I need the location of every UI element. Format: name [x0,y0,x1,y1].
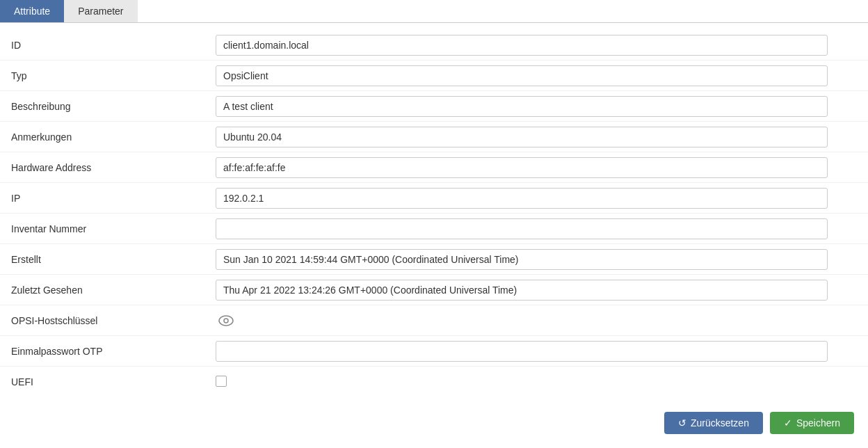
input-inventar-nummer[interactable] [216,218,828,239]
save-icon: ✓ [784,417,792,429]
field-row-hardware-address: Hardware Address [0,152,868,183]
label-ip: IP [0,187,216,209]
input-einmalpasswort-otp[interactable] [216,341,828,362]
input-typ[interactable] [216,65,828,86]
value-hardware-address [216,156,868,179]
field-row-id: ID [0,30,868,61]
reset-label: Zurücksetzen [691,417,749,429]
field-row-einmalpasswort-otp: Einmalpasswort OTP [0,336,868,367]
input-zuletzt-gesehen[interactable] [216,280,828,301]
value-id [216,33,868,57]
label-erstellt: Erstellt [0,248,216,271]
label-inventar-nummer: Inventar Nummer [0,218,216,240]
value-einmalpasswort-otp [216,339,868,363]
value-inventar-nummer [216,217,868,241]
value-anmerkungen [216,125,868,149]
tabs-container: Attribute Parameter [0,0,868,23]
footer-buttons: ↺ Zurücksetzen ✓ Speichern [664,412,854,434]
tab-parameter[interactable]: Parameter [64,0,137,22]
input-ip[interactable] [216,188,828,209]
label-einmalpasswort-otp: Einmalpasswort OTP [0,340,216,362]
value-typ [216,64,868,88]
field-row-beschreibung: Beschreibung [0,91,868,122]
checkbox-uefi[interactable] [216,376,227,387]
field-row-inventar-nummer: Inventar Nummer [0,214,868,244]
reset-icon: ↺ [678,417,686,429]
input-id[interactable] [216,35,828,56]
field-row-zuletzt-gesehen: Zuletzt Gesehen [0,275,868,305]
label-id: ID [0,34,216,56]
field-row-uefi: UEFI [0,367,868,397]
label-typ: Typ [0,65,216,87]
value-erstellt [216,248,868,271]
input-anmerkungen[interactable] [216,127,828,147]
field-row-opsi-hostschluessel: OPSI-Hostschlüssel [0,305,868,336]
label-beschreibung: Beschreibung [0,95,216,118]
label-opsi-hostschluessel: OPSI-Hostschlüssel [0,310,216,332]
value-zuletzt-gesehen [216,278,868,302]
field-row-typ: Typ [0,61,868,91]
save-button[interactable]: ✓ Speichern [770,412,854,434]
save-label: Speichern [796,417,840,429]
input-beschreibung[interactable] [216,96,828,117]
value-beschreibung [216,95,868,118]
label-anmerkungen: Anmerkungen [0,126,216,148]
reset-button[interactable]: ↺ Zurücksetzen [664,412,763,434]
value-opsi-hostschluessel [216,310,868,331]
value-ip [216,186,868,210]
label-uefi: UEFI [0,371,216,393]
field-row-anmerkungen: Anmerkungen [0,122,868,152]
field-row-ip: IP [0,183,868,214]
svg-point-0 [219,316,233,326]
eye-icon[interactable] [216,312,236,330]
value-uefi [216,374,868,390]
tab-attribute[interactable]: Attribute [0,0,64,22]
form-content: ID Typ Beschreibung Anmerkungen Hardware… [0,23,868,404]
field-row-erstellt: Erstellt [0,244,868,275]
input-erstellt[interactable] [216,249,828,270]
label-zuletzt-gesehen: Zuletzt Gesehen [0,279,216,301]
svg-point-1 [224,319,228,323]
input-hardware-address[interactable] [216,157,828,178]
label-hardware-address: Hardware Address [0,157,216,179]
